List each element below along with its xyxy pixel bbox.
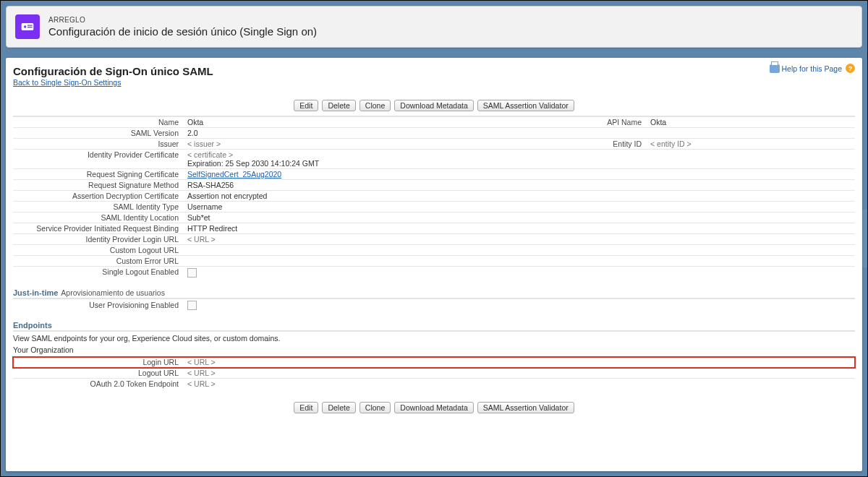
label-entity-id: Entity ID: [566, 139, 647, 150]
clone-button[interactable]: Clone: [359, 100, 391, 111]
jit-header: Just-in-timeAprovisionamiento de usuario…: [13, 288, 855, 299]
page-title: Configuración de Sign-On único SAML: [13, 65, 855, 77]
label-oauth-endpoint: OAuth 2.0 Token Endpoint: [13, 379, 184, 390]
value-saml-version: 2.0: [184, 128, 855, 139]
header-title: Configuración de inicio de sesión único …: [48, 25, 317, 39]
delete-button-bottom[interactable]: Delete: [322, 402, 355, 413]
label-req-sig-method: Request Signature Method: [13, 180, 184, 191]
label-idp-login: Identity Provider Login URL: [13, 234, 184, 245]
value-idp-login: < URL >: [187, 235, 216, 244]
svg-rect-3: [27, 27, 33, 27]
label-custom-logout: Custom Logout URL: [13, 245, 184, 256]
value-custom-error: [184, 256, 855, 267]
value-req-sign-cert[interactable]: SelfSignedCert_25Aug2020: [187, 170, 281, 179]
checkbox-user-prov[interactable]: [187, 301, 197, 310]
label-saml-id-type: SAML Identity Type: [13, 202, 184, 212]
help-text: Help for this Page: [782, 64, 842, 73]
label-api-name: API Name: [566, 116, 647, 128]
label-issuer: Issuer: [13, 139, 184, 150]
label-saml-version: SAML Version: [13, 128, 184, 139]
value-oauth-endpoint: < URL >: [187, 379, 216, 388]
download-metadata-button-bottom[interactable]: Download Metadata: [394, 402, 473, 413]
print-icon: [770, 64, 780, 73]
edit-button[interactable]: Edit: [294, 100, 318, 111]
endpoints-org: Your Organization: [13, 345, 855, 354]
endpoints-header: Endpoints: [13, 321, 855, 332]
button-row-top: Edit Delete Clone Download Metadata SAML…: [13, 100, 855, 111]
button-row-bottom: Edit Delete Clone Download Metadata SAML…: [13, 402, 855, 413]
svg-point-1: [24, 25, 26, 27]
value-entity-id: < entity ID >: [650, 139, 692, 148]
endpoints-note: View SAML endpoints for your org, Experi…: [13, 334, 855, 343]
value-assert-decrypt: Assertion not encrypted: [184, 191, 855, 202]
label-user-prov: User Provisioning Enabled: [13, 300, 184, 311]
value-idp-cert-exp: Expiration: 25 Sep 2030 14:10:24 GMT: [187, 159, 319, 168]
back-link[interactable]: Back to Single Sign-On Settings: [13, 78, 121, 87]
header-panel: ARREGLO Configuración de inicio de sesió…: [6, 6, 862, 48]
detail-table: Name Okta API Name Okta SAML Version 2.0…: [13, 116, 855, 278]
header-kicker: ARREGLO: [48, 15, 317, 25]
value-logout-url: < URL >: [187, 369, 216, 377]
edit-button-bottom[interactable]: Edit: [294, 402, 318, 413]
label-slo: Single Logout Enabled: [13, 267, 184, 278]
sso-icon: [15, 14, 40, 39]
value-idp-cert: < certificate >: [187, 150, 233, 159]
value-saml-id-type: Username: [184, 202, 855, 212]
help-link[interactable]: Help for this Page ?: [770, 64, 855, 73]
value-custom-logout: [184, 245, 855, 256]
checkbox-slo[interactable]: [187, 268, 197, 278]
download-metadata-button[interactable]: Download Metadata: [394, 100, 473, 111]
value-login-url: < URL >: [187, 358, 216, 366]
page-body: Help for this Page ? Configuración de Si…: [6, 58, 862, 471]
label-name: Name: [13, 116, 184, 128]
clone-button-bottom[interactable]: Clone: [359, 402, 391, 413]
svg-rect-2: [27, 25, 33, 26]
label-req-sign-cert: Request Signing Certificate: [13, 169, 184, 180]
label-login-url: Login URL: [13, 357, 184, 368]
label-saml-id-loc: SAML Identity Location: [13, 212, 184, 223]
saml-validator-button[interactable]: SAML Assertion Validator: [477, 100, 574, 111]
label-assert-decrypt: Assertion Decryption Certificate: [13, 191, 184, 202]
value-req-sig-method: RSA-SHA256: [184, 180, 855, 191]
help-icon: ?: [846, 64, 855, 73]
label-custom-error: Custom Error URL: [13, 256, 184, 267]
saml-validator-button-bottom[interactable]: SAML Assertion Validator: [477, 402, 574, 413]
label-idp-cert: Identity Provider Certificate: [13, 150, 184, 169]
value-sp-binding: HTTP Redirect: [184, 223, 855, 234]
value-api-name: Okta: [647, 116, 855, 128]
value-saml-id-loc: Sub*et: [184, 212, 855, 223]
delete-button[interactable]: Delete: [322, 100, 355, 111]
value-issuer: < issuer >: [187, 139, 221, 148]
label-logout-url: Logout URL: [13, 368, 184, 379]
label-sp-binding: Service Provider Initiated Request Bindi…: [13, 223, 184, 234]
value-name: Okta: [184, 116, 566, 128]
